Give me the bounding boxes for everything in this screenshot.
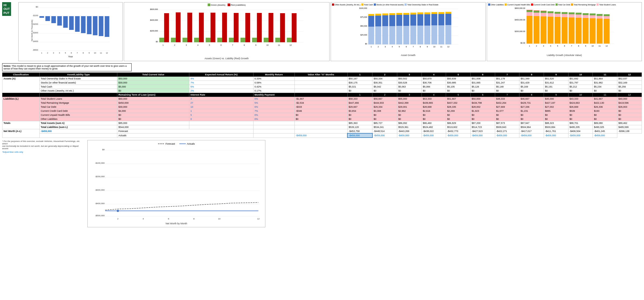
svg-rect-19 — [81, 16, 85, 33]
networth-forecast-row: Net Worth (A-L) -$459,000 Forecast -$453… — [2, 129, 642, 134]
asset-value-other[interactable]: $0 — [117, 89, 189, 93]
footnote-3: *Adjust blue cells only — [2, 151, 83, 153]
asset-type-cash: Total Cash — [39, 85, 117, 89]
svg-rect-186 — [604, 14, 610, 16]
svg-text:-$400,000: -$400,000 — [95, 202, 105, 205]
svg-text:$75,000: $75,000 — [360, 16, 367, 18]
svg-text:5: 5 — [209, 44, 210, 46]
asset-value-cash[interactable]: $5,000 — [117, 85, 189, 89]
svg-text:12: 12 — [606, 45, 608, 47]
asset-pct-other[interactable]: 2% — [189, 89, 253, 93]
chart4-title: Liability Growth (Absolute Value) — [488, 54, 640, 57]
svg-rect-158 — [541, 11, 547, 13]
svg-rect-111 — [410, 15, 416, 26]
svg-text:-$100: -$100 — [33, 14, 38, 17]
asset-pct-cash[interactable]: 5% — [189, 85, 253, 89]
chart-asset-growth: Other Assets (Jewelry, Art etc.) Total C… — [331, 2, 486, 61]
svg-rect-92 — [368, 16, 374, 27]
svg-rect-16 — [63, 16, 68, 28]
svg-rect-63 — [263, 38, 268, 42]
svg-rect-179 — [590, 15, 596, 18]
svg-text:2: 2 — [174, 44, 175, 46]
asset-m12-re: $52,037 — [617, 77, 642, 81]
svg-rect-61 — [252, 38, 257, 42]
svg-rect-171 — [569, 12, 575, 14]
svg-rect-55 — [217, 38, 222, 42]
svg-text:$400,000.00: $400,000.00 — [515, 19, 525, 21]
svg-rect-178 — [590, 18, 596, 44]
svg-rect-124 — [439, 12, 444, 14]
asset-value-re[interactable]: $50,000 — [117, 77, 189, 81]
svg-text:11: 11 — [278, 44, 280, 46]
svg-text:5: 5 — [65, 52, 66, 54]
svg-text:10: 10 — [218, 218, 221, 220]
svg-rect-119 — [431, 25, 437, 44]
svg-rect-67 — [287, 38, 292, 42]
svg-rect-183 — [597, 14, 603, 16]
svg-text:6: 6 — [564, 45, 565, 47]
svg-text:$0: $0 — [102, 148, 105, 151]
svg-rect-125 — [446, 25, 451, 44]
svg-rect-49 — [182, 38, 187, 42]
col-header-value-after-x: Value After "X" Months — [294, 73, 347, 77]
asset-m2-re: $50,334 — [372, 77, 397, 81]
asset-m6-re: $51,008 — [471, 77, 495, 81]
asset-value-stocks[interactable]: $30,000 — [117, 81, 189, 85]
svg-text:$200,000: $200,000 — [150, 30, 158, 32]
svg-rect-15 — [57, 16, 62, 26]
main-table: Classification Asset/Liability Type Tota… — [2, 72, 642, 138]
asset-monthly-stocks: 0.58% — [253, 81, 294, 85]
hi-output-badge: HI OUT PUT — [2, 2, 11, 16]
main-table-container: Classification Asset/Liability Type Tota… — [2, 72, 642, 138]
svg-rect-96 — [375, 16, 381, 26]
svg-text:5: 5 — [557, 45, 558, 47]
svg-rect-122 — [439, 25, 444, 44]
asset-type-stocks: Stocks (or other financial assets) — [39, 81, 117, 85]
svg-rect-101 — [389, 26, 395, 44]
svg-rect-182 — [597, 16, 603, 19]
asset-m4-re: $50,670 — [422, 77, 446, 81]
svg-rect-165 — [555, 12, 561, 14]
asset-m8-re: $51,349 — [519, 77, 544, 81]
svg-text:2: 2 — [117, 218, 119, 220]
bottom-chart-title: Net Worth by Month — [90, 222, 263, 225]
svg-rect-172 — [576, 18, 582, 44]
svg-rect-167 — [562, 14, 568, 17]
svg-text:12: 12 — [106, 52, 108, 54]
asset-m3-re: $50,502 — [397, 77, 422, 81]
svg-text:9: 9 — [427, 46, 428, 48]
svg-rect-53 — [205, 38, 210, 42]
svg-rect-163 — [555, 17, 561, 44]
svg-rect-12 — [39, 16, 44, 18]
col-header-m1: 1 — [347, 73, 372, 77]
svg-rect-156 — [541, 16, 547, 44]
svg-text:7: 7 — [77, 52, 78, 54]
bottom-chart-svg: $0 -$100,000 -$200,000 -$300,000 -$400,0… — [90, 146, 262, 222]
svg-rect-60 — [245, 13, 250, 42]
svg-rect-159 — [541, 11, 547, 11]
svg-text:3: 3 — [543, 45, 544, 47]
svg-text:12: 12 — [447, 46, 450, 48]
asset-pct-re[interactable]: 4% — [189, 77, 253, 81]
svg-rect-177 — [583, 13, 589, 15]
actuals-label: Actuals — [117, 133, 253, 138]
svg-text:11: 11 — [440, 46, 443, 48]
asset-m5-re: $50,839 — [446, 77, 471, 81]
svg-point-219 — [117, 210, 119, 212]
svg-rect-174 — [576, 13, 582, 15]
svg-rect-91 — [368, 27, 374, 44]
totals-label: Totals — [2, 121, 40, 129]
svg-rect-157 — [541, 13, 547, 16]
svg-rect-98 — [382, 26, 388, 44]
svg-rect-121 — [431, 12, 437, 14]
svg-text:-$500: -$500 — [33, 49, 38, 51]
table-row: Current Credit Card Debt $4,000 1 7% -$3… — [2, 109, 642, 113]
asset-pct-stocks[interactable]: 7% — [189, 81, 253, 85]
svg-rect-161 — [548, 13, 554, 17]
svg-text:4: 4 — [59, 52, 60, 54]
liabilities-subheader: Remaining Term of Loan (years) Interest … — [2, 93, 642, 97]
svg-rect-59 — [240, 38, 245, 42]
svg-rect-17 — [69, 16, 74, 30]
svg-rect-104 — [396, 26, 402, 44]
legend-forecast-label: Forecast — [166, 142, 175, 145]
